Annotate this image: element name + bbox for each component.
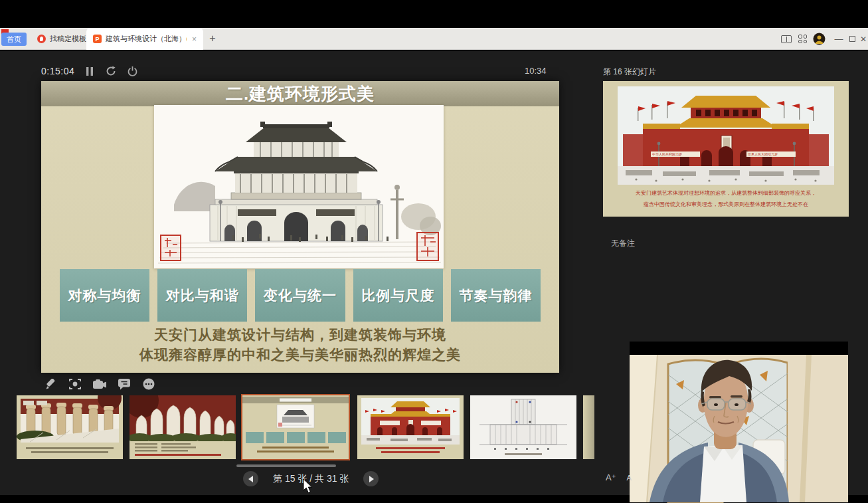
notes-font-controls: A⁺ A — [606, 472, 632, 482]
close-window-button[interactable]: ✕ — [859, 28, 868, 50]
pen-icon — [45, 379, 56, 390]
side-panel-button[interactable] — [781, 28, 794, 50]
grid-icon — [798, 35, 807, 43]
thumbnail-slide-16[interactable] — [357, 395, 464, 459]
keyword-rhythm: 节奏与韵律 — [451, 269, 541, 322]
next-slide-button[interactable] — [363, 471, 379, 486]
next-slide-panel-header: 第 16 张幻灯片 — [603, 66, 656, 78]
restore-button[interactable] — [846, 28, 858, 50]
seal-stamp-right — [417, 233, 438, 260]
presentation-area: 0:15:04 10:34 二.建筑环境形式美 — [0, 50, 868, 495]
speaker-notes-empty: 无备注 — [611, 238, 635, 249]
timer-controls: 0:15:04 — [41, 65, 138, 77]
pen-button[interactable] — [44, 377, 57, 391]
pause-button[interactable] — [84, 65, 96, 77]
camera-button[interactable] — [93, 377, 106, 391]
next-icon — [368, 476, 375, 482]
next-slide-preview: 中华人民共和国万岁 世界人民大团结万岁 天安门建筑艺术体现对理想环境的追求，从建… — [603, 81, 849, 217]
elapsed-timer: 0:15:04 — [41, 66, 74, 76]
preview-caption-line2: 蕴含中国传统文化和审美理念，形式美原则在整体建筑环境上无处不在 — [603, 201, 849, 208]
keyword-proportion: 比例与尺度 — [353, 269, 443, 322]
tab-close-icon[interactable]: × — [192, 35, 197, 44]
tab-grid-button[interactable] — [798, 28, 812, 50]
thumbnail-slide-14[interactable] — [130, 395, 236, 459]
tab-home[interactable]: 首页 — [1, 33, 27, 46]
new-tab-button[interactable]: + — [205, 31, 220, 47]
comment-button[interactable] — [118, 377, 131, 391]
keyword-symmetry: 对称与均衡 — [60, 269, 149, 322]
previous-slide-button[interactable] — [243, 471, 258, 486]
thumbnail-slide-15-current[interactable] — [241, 394, 350, 460]
thumbnail-slide-18-partial[interactable] — [583, 395, 594, 459]
wall-clock: 10:34 — [525, 66, 547, 76]
user-avatar[interactable] — [813, 28, 827, 50]
font-increase-button[interactable]: A⁺ — [606, 472, 616, 482]
screen: 首页 找稿定模板 P 建筑与环境设计（北海）(2).pptx × + — — [0, 0, 868, 503]
avatar-icon — [813, 33, 825, 45]
tab-document[interactable]: P 建筑与环境设计（北海）(2).pptx × — [86, 28, 203, 50]
slide-keyword-buttons: 对称与均衡 对比与和谐 变化与统一 比例与尺度 节奏与韵律 — [60, 269, 541, 322]
gaoding-logo-icon — [37, 35, 46, 43]
camera-icon — [93, 379, 106, 389]
preview-plaque-right: 世界人民大团结万岁 — [746, 151, 796, 157]
browser-tab-bar: 首页 找稿定模板 P 建筑与环境设计（北海）(2).pptx × + — — [0, 28, 868, 50]
more-icon — [143, 378, 155, 390]
tiananmen-engraving-image — [154, 105, 444, 268]
side-panel-icon — [781, 35, 792, 43]
seal-stamp-left — [161, 235, 181, 260]
previous-icon — [248, 476, 254, 482]
more-button[interactable] — [142, 377, 155, 391]
pause-icon — [86, 67, 94, 76]
slide-title: 二.建筑环境形式美 — [41, 81, 559, 106]
power-icon — [128, 66, 137, 76]
wps-presentation-icon: P — [93, 35, 102, 43]
thumbnail-slide-13[interactable] — [17, 395, 123, 459]
keyword-variation: 变化与统一 — [255, 269, 345, 322]
filmstrip-scrollbar[interactable] — [236, 464, 336, 467]
reset-icon — [106, 66, 116, 76]
restore-icon — [849, 36, 855, 42]
tab-template-label: 找稿定模板 — [50, 34, 86, 44]
keyword-contrast: 对比与和谐 — [157, 269, 247, 322]
mouse-cursor — [303, 479, 313, 494]
end-show-button[interactable] — [126, 65, 138, 77]
preview-caption-line1: 天安门建筑艺术体现对理想环境的追求，从建筑整体到细部装饰的呼应关系， — [603, 189, 849, 197]
laser-pointer-button[interactable] — [68, 377, 82, 391]
laser-pointer-icon — [69, 378, 81, 390]
tab-document-label: 建筑与环境设计（北海）(2).pptx — [106, 34, 187, 44]
thumbnail-slide-17[interactable] — [470, 395, 576, 459]
slide-canvas[interactable]: 二.建筑环境形式美 — [41, 81, 559, 373]
minimize-button[interactable]: — — [833, 28, 845, 50]
slide-caption-line1: 天安门从建筑设计与结构，到建筑装饰与环境 — [41, 326, 559, 344]
preview-plaque-left: 中华人民共和国万岁 — [651, 151, 700, 157]
webcam-feed — [630, 342, 848, 503]
comment-icon — [118, 379, 130, 390]
slide-caption-line2: 体现雍容醇厚的中和之美与美华丽热烈的辉煌之美 — [41, 346, 559, 364]
font-decrease-button[interactable]: A — [627, 474, 632, 482]
reset-timer-button[interactable] — [105, 65, 117, 77]
annotation-toolbar — [44, 377, 155, 391]
